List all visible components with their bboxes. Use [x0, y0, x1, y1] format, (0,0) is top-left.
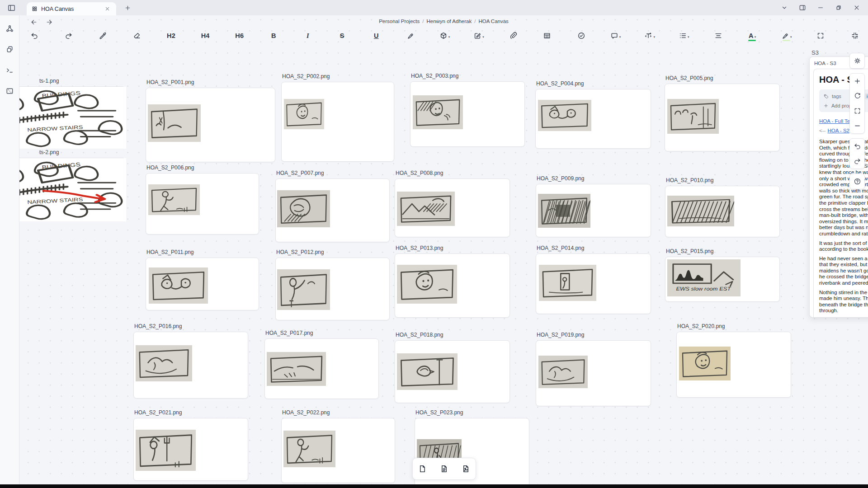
canvas-card[interactable] [146, 173, 259, 235]
new-tab-button[interactable] [123, 3, 132, 12]
canvas-card[interactable] [536, 253, 651, 314]
canvas-card[interactable] [281, 418, 395, 483]
sketch-thumbnail[interactable] [667, 196, 734, 226]
canvas-card[interactable] [395, 340, 510, 403]
sketch-thumbnail[interactable] [667, 99, 719, 134]
zoom-in-button[interactable] [850, 74, 864, 89]
canvas-card[interactable] [536, 340, 651, 406]
zoom-fit-button[interactable] [850, 103, 864, 118]
sketch-thumbnail[interactable] [397, 353, 458, 390]
eraser-button[interactable] [130, 28, 144, 42]
duplicate-icon[interactable] [3, 42, 16, 56]
task-button[interactable] [575, 28, 588, 42]
fullscreen-button[interactable] [814, 28, 827, 42]
sketch-thumbnail[interactable] [277, 269, 330, 310]
canvas-card[interactable] [275, 178, 390, 242]
sketch-thumbnail[interactable] [679, 347, 731, 380]
canvas-card[interactable] [264, 338, 379, 399]
help-button[interactable] [850, 174, 864, 189]
text-size-button[interactable]: ▾ [643, 28, 656, 42]
sketch-thumbnail[interactable]: BUILDINGSNARROW STAIRS [19, 158, 126, 221]
add-note-button[interactable] [437, 462, 452, 476]
canvas-card[interactable] [536, 184, 651, 237]
sketch-thumbnail[interactable] [148, 104, 201, 142]
strikethrough-button[interactable]: S [335, 28, 349, 42]
shapes-button[interactable]: ▾ [438, 28, 452, 42]
list-button[interactable]: ▾ [677, 28, 691, 42]
back-button[interactable] [28, 17, 39, 28]
sketch-thumbnail[interactable] [413, 95, 463, 129]
zoom-out-button[interactable] [850, 118, 864, 133]
underline-button[interactable]: U [369, 28, 383, 42]
sketch-thumbnail[interactable] [284, 99, 324, 129]
breadcrumb-part[interactable]: Personal Projects [379, 19, 420, 24]
breadcrumb-part[interactable]: HOA Canvas [478, 19, 508, 24]
tab-close-icon[interactable] [103, 5, 112, 14]
sketch-thumbnail[interactable] [283, 431, 335, 467]
sketch-thumbnail[interactable] [277, 190, 330, 227]
sketch-thumbnail[interactable] [267, 352, 326, 386]
sketch-thumbnail[interactable] [136, 430, 196, 471]
canvas-card[interactable]: EWS slow room EST [665, 257, 780, 302]
canvas-card[interactable] [133, 418, 248, 481]
sketch-thumbnail[interactable]: BUILDINGSNARROW STAIRS [19, 87, 126, 149]
canvas-card[interactable] [676, 332, 791, 398]
canvas-card[interactable] [535, 89, 651, 149]
canvas-card[interactable] [395, 178, 510, 237]
sketch-thumbnail[interactable] [538, 356, 588, 388]
left-sidebar-toggle-icon[interactable] [5, 3, 17, 13]
sketch-thumbnail[interactable] [136, 345, 192, 381]
internal-link[interactable]: HOA - S2 [827, 128, 849, 133]
right-sidebar-toggle-button[interactable] [795, 2, 810, 14]
sketch-thumbnail[interactable] [538, 100, 591, 131]
sketch-thumbnail[interactable] [538, 194, 590, 228]
tab-list-chevron-button[interactable] [777, 2, 792, 14]
settings-button[interactable] [850, 53, 864, 68]
canvas-card[interactable] [146, 258, 259, 310]
bold-button[interactable]: B [267, 28, 280, 42]
canvas-undo-button[interactable] [850, 139, 864, 154]
zoom-reset-button[interactable] [850, 89, 864, 103]
sketch-thumbnail[interactable] [397, 192, 455, 226]
terminal-icon[interactable] [3, 63, 16, 77]
sketch-thumbnail[interactable] [539, 265, 596, 301]
canvas-redo-button[interactable] [850, 154, 864, 169]
sketch-thumbnail[interactable]: EWS slow room EST [667, 259, 741, 296]
minimize-button[interactable] [813, 2, 828, 14]
add-card-button[interactable] [415, 462, 430, 476]
graph-view-icon[interactable] [3, 22, 16, 35]
close-button[interactable] [849, 2, 864, 14]
undo-button[interactable] [28, 28, 41, 42]
canvas-card[interactable]: BUILDINGSNARROW STAIRS [19, 158, 126, 221]
sketch-thumbnail[interactable] [148, 184, 200, 215]
format-brush-button[interactable] [96, 28, 109, 42]
align-button[interactable] [712, 28, 725, 42]
italic-button[interactable]: I [301, 28, 315, 42]
canvas-cards-icon[interactable] [3, 84, 16, 98]
canvas-card[interactable] [133, 332, 248, 399]
sketch-thumbnail[interactable] [149, 267, 208, 304]
canvas-card[interactable] [395, 253, 510, 318]
insert-note-button[interactable]: ▾ [472, 28, 486, 42]
heading6-button[interactable]: H6 [233, 28, 246, 42]
canvas-card[interactable] [665, 186, 780, 237]
sketch-thumbnail[interactable] [397, 265, 457, 304]
forward-button[interactable] [44, 17, 55, 28]
internal-link[interactable]: HOA - Full Text [819, 118, 854, 124]
add-media-button[interactable] [459, 462, 473, 476]
redo-button[interactable] [62, 28, 75, 42]
canvas-card[interactable] [410, 81, 525, 147]
heading2-button[interactable]: H2 [165, 28, 178, 42]
font-color-button[interactable]: A▾ [745, 28, 759, 42]
highlight-color-button[interactable]: ▾ [780, 28, 793, 42]
comment-button[interactable]: ▾ [609, 28, 623, 42]
attachment-button[interactable] [506, 28, 520, 42]
canvas-card[interactable] [146, 88, 275, 162]
tab-hoa-canvas[interactable]: HOA Canvas [27, 2, 116, 15]
heading4-button[interactable]: H4 [198, 28, 212, 42]
restore-button[interactable] [831, 2, 846, 14]
table-button[interactable] [540, 28, 554, 42]
breadcrumb-part[interactable]: Henwyn of Adherak [426, 19, 472, 24]
canvas-card[interactable] [281, 82, 394, 162]
canvas-area[interactable]: Personal Projects/Henwyn of Adherak/HOA … [19, 15, 868, 488]
